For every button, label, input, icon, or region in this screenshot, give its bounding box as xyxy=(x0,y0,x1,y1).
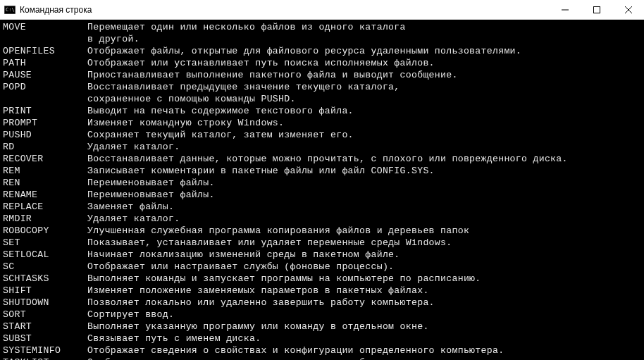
help-line: PATHОтображает или устанавливает путь по… xyxy=(3,57,641,69)
help-line: PAUSEПриостанавливает выполнение пакетно… xyxy=(3,69,641,81)
help-line: SORTСортирует ввод. xyxy=(3,309,641,321)
help-line: REPLACEЗаменяет файлы. xyxy=(3,201,641,213)
close-button[interactable] xyxy=(612,0,644,19)
help-line: SETПоказывает, устанавливает или удаляет… xyxy=(3,237,641,249)
command-description: Восстанавливает данные, которые можно пр… xyxy=(87,153,641,165)
help-line: POPDВосстанавливает предыдущее значение … xyxy=(3,81,641,93)
help-line: PUSHDСохраняет текущий каталог, затем из… xyxy=(3,129,641,141)
help-line: SHIFTИзменяет положение заменяемых парам… xyxy=(3,285,641,297)
command-description: Сохраняет текущий каталог, затем изменяе… xyxy=(87,129,641,141)
help-line: SCHTASKSВыполняет команды и запускает пр… xyxy=(3,273,641,285)
command-description: Заменяет файлы. xyxy=(87,201,641,213)
help-line: PROMPTИзменяет командную строку Windows. xyxy=(3,117,641,129)
command-description: Изменяет командную строку Windows. xyxy=(87,117,641,129)
help-line: сохраненное с помощью команды PUSHD. xyxy=(3,93,641,105)
help-line: REMЗаписывает комментарии в пакетные фай… xyxy=(3,165,641,177)
command-name: OPENFILES xyxy=(3,45,87,57)
command-description: Улучшенная служебная программа копирован… xyxy=(87,225,641,237)
command-name: SCHTASKS xyxy=(3,273,87,285)
window: C:\ Командная строка MOVEПеремещает один… xyxy=(0,0,644,360)
command-name: PRINT xyxy=(3,105,87,117)
command-name: SHIFT xyxy=(3,285,87,297)
help-line: PRINTВыводит на печать содержимое тексто… xyxy=(3,105,641,117)
help-line: ROBOCOPYУлучшенная служебная программа к… xyxy=(3,225,641,237)
command-name: PUSHD xyxy=(3,129,87,141)
command-name: PROMPT xyxy=(3,117,87,129)
command-description: сохраненное с помощью команды PUSHD. xyxy=(87,93,641,105)
help-line: RMDIRУдаляет каталог. xyxy=(3,213,641,225)
command-description: Начинает локализацию изменений среды в п… xyxy=(87,249,641,261)
command-description: Отображает или устанавливает путь поиска… xyxy=(87,57,641,69)
help-line: RENПереименовывает файлы. xyxy=(3,177,641,189)
command-description: Удаляет каталог. xyxy=(87,213,641,225)
command-description: Показывает, устанавливает или удаляет пе… xyxy=(87,237,641,249)
command-description: Отображает файлы, открытые для файлового… xyxy=(87,45,641,57)
window-title: Командная строка xyxy=(20,5,92,15)
command-description: Перемещает один или несколько файлов из … xyxy=(87,21,641,33)
help-line: SUBSTСвязывает путь с именем диска. xyxy=(3,333,641,345)
command-description: в другой. xyxy=(87,33,641,45)
cmd-icon: C:\ xyxy=(4,5,16,15)
help-line: MOVEПеремещает один или несколько файлов… xyxy=(3,21,641,33)
help-line: SETLOCALНачинает локализацию изменений с… xyxy=(3,249,641,261)
command-name xyxy=(3,93,87,105)
help-line: STARTВыполняет указанную программу или к… xyxy=(3,321,641,333)
help-line: RECOVERВосстанавливает данные, которые м… xyxy=(3,153,641,165)
command-name: PAUSE xyxy=(3,69,87,81)
command-description: Отображает или настраивает службы (фонов… xyxy=(87,261,641,273)
help-line: SCОтображает или настраивает службы (фон… xyxy=(3,261,641,273)
command-description: Переименовывает файлы. xyxy=(87,177,641,189)
help-line: RENAMEПереименовывает файлы. xyxy=(3,189,641,201)
command-name: SUBST xyxy=(3,333,87,345)
help-line: TASKLISTОтображает все выполняемые задач… xyxy=(3,356,641,360)
command-description: Связывает путь с именем диска. xyxy=(87,333,641,345)
command-description: Отображает все выполняемые задачи, включ… xyxy=(87,356,641,360)
command-description: Выполняет команды и запускает программы … xyxy=(87,273,641,285)
titlebar[interactable]: C:\ Командная строка xyxy=(0,0,644,20)
command-name: TASKLIST xyxy=(3,356,87,360)
maximize-button[interactable] xyxy=(581,0,612,19)
command-name: REPLACE xyxy=(3,201,87,213)
svg-rect-4 xyxy=(593,6,600,13)
command-name: SYSTEMINFO xyxy=(3,345,87,356)
command-name: PATH xyxy=(3,57,87,69)
titlebar-left: C:\ Командная строка xyxy=(4,5,92,15)
command-name: SET xyxy=(3,237,87,249)
svg-text:C:\: C:\ xyxy=(6,7,15,13)
command-description: Отображает сведения о свойствах и конфиг… xyxy=(87,345,641,356)
command-description: Позволяет локально или удаленно завершит… xyxy=(87,297,641,309)
command-description: Удаляет каталог. xyxy=(87,141,641,153)
command-name: RECOVER xyxy=(3,153,87,165)
command-description: Выводит на печать содержимое текстового … xyxy=(87,105,641,117)
help-line: SHUTDOWNПозволяет локально или удаленно … xyxy=(3,297,641,309)
help-line: в другой. xyxy=(3,33,641,45)
command-description: Переименовывает файлы. xyxy=(87,189,641,201)
command-description: Восстанавливает предыдущее значение теку… xyxy=(87,81,641,93)
command-name: REN xyxy=(3,177,87,189)
command-name: RMDIR xyxy=(3,213,87,225)
help-line: OPENFILESОтображает файлы, открытые для … xyxy=(3,45,641,57)
minimize-button[interactable] xyxy=(549,0,581,19)
command-description: Сортирует ввод. xyxy=(87,309,641,321)
command-description: Выполняет указанную программу или команд… xyxy=(87,321,641,333)
command-name: SORT xyxy=(3,309,87,321)
command-name: SC xyxy=(3,261,87,273)
command-description: Изменяет положение заменяемых параметров… xyxy=(87,285,641,297)
command-name: START xyxy=(3,321,87,333)
command-name: MOVE xyxy=(3,21,87,33)
command-name: ROBOCOPY xyxy=(3,225,87,237)
command-name: SHUTDOWN xyxy=(3,297,87,309)
command-name xyxy=(3,33,87,45)
titlebar-controls xyxy=(549,0,644,19)
help-line: RDУдаляет каталог. xyxy=(3,141,641,153)
command-name: RD xyxy=(3,141,87,153)
command-name: POPD xyxy=(3,81,87,93)
terminal-output[interactable]: MOVEПеремещает один или несколько файлов… xyxy=(0,20,644,360)
command-description: Приостанавливает выполнение пакетного фа… xyxy=(87,69,641,81)
command-name: RENAME xyxy=(3,189,87,201)
command-name: REM xyxy=(3,165,87,177)
help-line: SYSTEMINFOОтображает сведения о свойства… xyxy=(3,345,641,356)
command-description: Записывает комментарии в пакетные файлы … xyxy=(87,165,641,177)
command-name: SETLOCAL xyxy=(3,249,87,261)
